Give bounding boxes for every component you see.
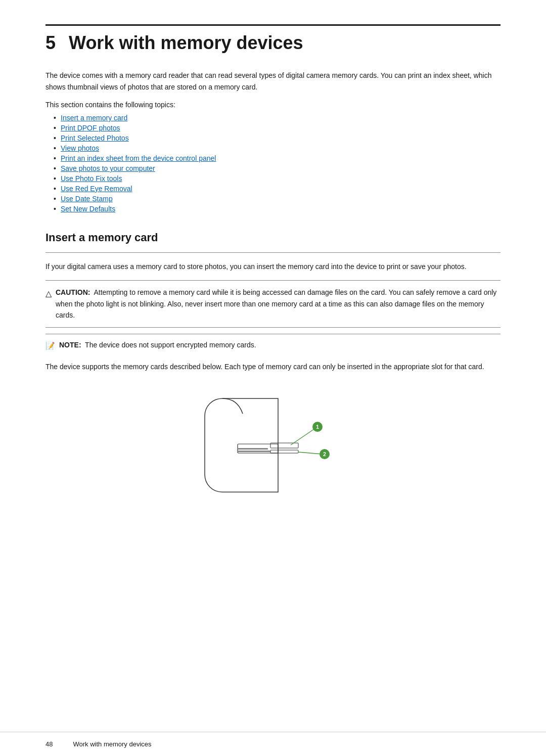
chapter-title-text: Work with memory devices bbox=[69, 32, 303, 53]
svg-rect-2 bbox=[238, 451, 270, 452]
list-item[interactable]: View photos bbox=[54, 144, 500, 152]
topic-link-view[interactable]: View photos bbox=[61, 144, 99, 152]
note-body: The device does not support encrypted me… bbox=[85, 341, 256, 349]
list-item[interactable]: Print Selected Photos bbox=[54, 134, 500, 142]
list-item[interactable]: Print an index sheet from the device con… bbox=[54, 154, 500, 162]
svg-text:2: 2 bbox=[323, 451, 326, 457]
page-footer: 48 Work with memory devices bbox=[0, 732, 546, 756]
svg-rect-4 bbox=[270, 450, 298, 453]
caution-label: CAUTION: bbox=[56, 288, 90, 296]
chapter-number: 5 bbox=[46, 32, 56, 53]
footer-page-number: 48 bbox=[46, 740, 53, 748]
list-item[interactable]: Use Date Stamp bbox=[54, 195, 500, 203]
topic-link-save[interactable]: Save photos to your computer bbox=[61, 164, 155, 172]
topic-link-insert[interactable]: Insert a memory card bbox=[61, 114, 127, 122]
chapter-title: 5 Work with memory devices bbox=[46, 32, 500, 54]
caution-body: Attempting to remove a memory card while… bbox=[56, 288, 496, 319]
topic-link-print-selected[interactable]: Print Selected Photos bbox=[61, 134, 129, 142]
caution-icon: △ bbox=[46, 287, 52, 300]
topics-list: Insert a memory card Print DPOF photos P… bbox=[46, 114, 500, 213]
svg-text:1: 1 bbox=[316, 424, 319, 430]
topic-link-defaults[interactable]: Set New Defaults bbox=[61, 205, 115, 213]
list-item[interactable]: Use Red Eye Removal bbox=[54, 185, 500, 193]
list-item[interactable]: Print DPOF photos bbox=[54, 124, 500, 132]
body-text: The device supports the memory cards des… bbox=[46, 361, 500, 372]
section-title: Insert a memory card bbox=[46, 231, 500, 244]
note-text: NOTE: The device does not support encryp… bbox=[59, 339, 256, 350]
caution-row: △ CAUTION: Attempting to remove a memory… bbox=[46, 287, 500, 321]
topic-link-red-eye[interactable]: Use Red Eye Removal bbox=[61, 185, 132, 193]
list-item[interactable]: Use Photo Fix tools bbox=[54, 174, 500, 183]
topic-link-index[interactable]: Print an index sheet from the device con… bbox=[61, 154, 216, 162]
svg-line-5 bbox=[291, 428, 316, 445]
chapter-header: 5 Work with memory devices bbox=[46, 24, 500, 54]
list-item[interactable]: Set New Defaults bbox=[54, 205, 500, 213]
diagram-container: 1 2 bbox=[46, 388, 500, 500]
note-box: 📝 NOTE: The device does not support encr… bbox=[46, 334, 500, 353]
list-item[interactable]: Save photos to your computer bbox=[54, 164, 500, 172]
svg-line-8 bbox=[298, 452, 323, 454]
intro-paragraph: The device comes with a memory card read… bbox=[46, 70, 500, 93]
caution-box: △ CAUTION: Attempting to remove a memory… bbox=[46, 280, 500, 327]
caution-text: CAUTION: Attempting to remove a memory c… bbox=[56, 287, 500, 321]
topics-label: This section contains the following topi… bbox=[46, 101, 500, 109]
list-item[interactable]: Insert a memory card bbox=[54, 114, 500, 122]
note-icon: 📝 bbox=[46, 340, 55, 352]
svg-rect-1 bbox=[238, 448, 268, 450]
topic-link-photo-fix[interactable]: Use Photo Fix tools bbox=[61, 174, 122, 183]
note-label: NOTE: bbox=[59, 341, 81, 349]
topic-link-dpof[interactable]: Print DPOF photos bbox=[61, 124, 120, 132]
footer-chapter-label: Work with memory devices bbox=[73, 740, 151, 748]
section-intro: If your digital camera uses a memory car… bbox=[46, 261, 500, 272]
section-divider bbox=[46, 252, 500, 253]
memory-card-diagram: 1 2 bbox=[192, 388, 354, 500]
topic-link-date-stamp[interactable]: Use Date Stamp bbox=[61, 195, 113, 203]
